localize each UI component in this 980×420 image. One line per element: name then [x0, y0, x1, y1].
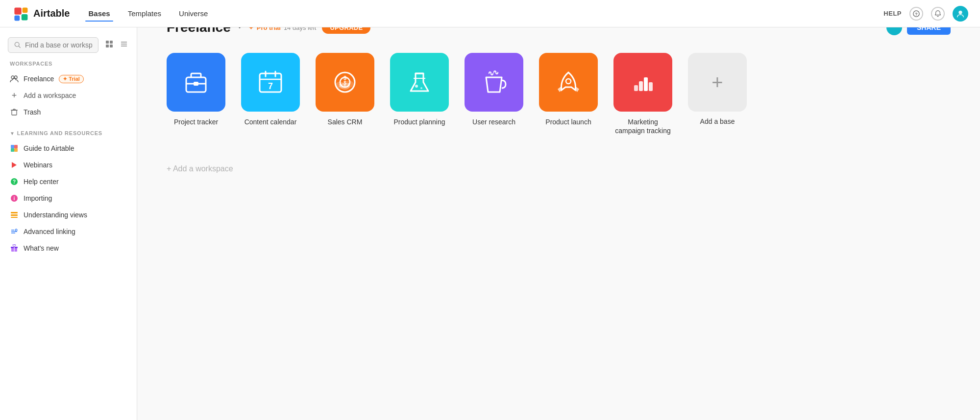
play-icon: [10, 161, 19, 169]
search-icon: [14, 42, 21, 48]
svg-rect-68: [644, 77, 648, 91]
import-svg: i: [10, 194, 18, 202]
money-icon: $ $ $ $ $: [330, 68, 360, 97]
base-name-project-tracker: Project tracker: [174, 117, 218, 126]
search-input[interactable]: [25, 41, 92, 49]
sidebar-item-guide[interactable]: Guide to Airtable: [0, 140, 137, 157]
add-workspace-btn[interactable]: + Add a workspace: [0, 87, 137, 104]
sidebar: Workspaces Freelance ✦ Trial + Add a wor…: [0, 27, 137, 203]
help-center-label: Help center: [24, 178, 59, 186]
webinars-label: Webinars: [24, 161, 52, 169]
add-base-label: Add a base: [700, 117, 735, 125]
list-view-btn[interactable]: [119, 39, 129, 51]
svg-rect-3: [14, 15, 20, 21]
trash-label: Trash: [24, 108, 41, 116]
help-svg: ?: [10, 178, 18, 186]
question-icon: ?: [913, 10, 920, 17]
svg-point-65: [566, 79, 571, 84]
add-workspace-label: Add a workspace: [24, 92, 76, 99]
trash-svg: [10, 108, 18, 116]
svg-rect-69: [649, 82, 653, 91]
svg-rect-66: [634, 85, 638, 91]
svg-rect-1: [14, 7, 21, 14]
grid-view-btn[interactable]: [104, 39, 114, 51]
svg-text:$: $: [339, 83, 342, 88]
people-icon: [10, 74, 19, 83]
import-icon: i: [10, 194, 19, 203]
svg-text:i: i: [14, 196, 15, 201]
svg-point-7: [958, 10, 962, 14]
grid-icon: [105, 40, 113, 48]
avatar-icon: [956, 9, 965, 18]
sidebar-item-freelance[interactable]: Freelance ✦ Trial: [0, 70, 137, 87]
svg-text:$: $: [348, 82, 350, 87]
base-name-product-launch: Product launch: [545, 117, 591, 126]
base-item-marketing[interactable]: Marketing campaign tracking: [613, 53, 672, 135]
add-base-btn[interactable]: + Add a base: [688, 53, 747, 135]
svg-rect-2: [23, 7, 28, 13]
bases-grid: Project tracker 7 Content calendar $: [167, 53, 951, 135]
user-avatar-btn[interactable]: [953, 6, 968, 22]
svg-rect-13: [110, 45, 113, 47]
trash-icon: [10, 108, 19, 117]
add-base-icon: +: [688, 53, 747, 112]
nav-bases[interactable]: Bases: [81, 6, 117, 21]
svg-rect-26: [11, 148, 14, 152]
base-item-content-calendar[interactable]: 7 Content calendar: [241, 53, 300, 135]
play-svg: [10, 161, 18, 169]
base-icon-project-tracker: [167, 53, 225, 112]
svg-rect-67: [639, 81, 643, 91]
base-item-product-planning[interactable]: Product planning: [390, 53, 449, 135]
learning-section: ▼ Learning and Resources Guide to Airtab…: [0, 130, 137, 203]
calendar-icon: 7: [256, 68, 285, 97]
svg-text:?: ?: [13, 179, 16, 185]
search-box[interactable]: [8, 37, 98, 53]
svg-marker-28: [12, 162, 17, 168]
svg-text:7: 7: [268, 81, 273, 91]
logo[interactable]: Airtable: [12, 5, 70, 23]
svg-line-9: [19, 46, 20, 47]
sidebar-item-importing[interactable]: i Importing: [0, 190, 137, 203]
learning-heading[interactable]: ▼ Learning and Resources: [0, 130, 137, 140]
top-navigation: Airtable Bases Templates Universe Help ?: [0, 0, 980, 27]
bottom-add-workspace-btn[interactable]: + Add a workspace: [167, 155, 951, 183]
svg-rect-19: [12, 110, 17, 115]
base-icon-product-planning: [390, 53, 449, 112]
main-content: Freelance ✦ Pro trial 14 days left UPGRA…: [137, 0, 980, 203]
briefcase-icon: [181, 68, 211, 97]
base-icon-content-calendar: 7: [241, 53, 300, 112]
trial-badge: ✦ Trial: [59, 75, 84, 83]
base-item-sales-crm[interactable]: $ $ $ $ $ Sales CRM: [316, 53, 374, 135]
base-item-project-tracker[interactable]: Project tracker: [167, 53, 225, 135]
sidebar-item-trash[interactable]: Trash: [0, 104, 137, 120]
list-icon: [120, 40, 128, 48]
nav-universe[interactable]: Universe: [172, 6, 215, 21]
trial-star-icon: ✦: [63, 76, 67, 82]
svg-text:?: ?: [915, 11, 917, 16]
nav-links: Bases Templates Universe: [81, 6, 215, 21]
svg-point-63: [420, 87, 422, 89]
svg-rect-24: [11, 145, 14, 148]
importing-label: Importing: [24, 194, 52, 202]
base-item-product-launch[interactable]: Product launch: [539, 53, 598, 135]
workspace-name: Freelance: [24, 75, 54, 83]
base-name-product-planning: Product planning: [393, 117, 445, 126]
base-name-marketing: Marketing campaign tracking: [613, 117, 672, 135]
nav-right: Help ?: [883, 6, 968, 22]
sidebar-item-help[interactable]: ? Help center: [0, 173, 137, 190]
nav-templates[interactable]: Templates: [121, 6, 168, 21]
help-icon-btn[interactable]: ?: [909, 7, 923, 21]
sidebar-top-row: [0, 37, 137, 53]
notifications-btn[interactable]: [931, 7, 945, 21]
base-name-content-calendar: Content calendar: [245, 117, 297, 126]
rocket-icon: [554, 68, 583, 97]
bottom-add-workspace-label: + Add a workspace: [167, 164, 233, 173]
svg-rect-11: [110, 41, 113, 44]
sidebar-item-webinars[interactable]: Webinars: [0, 157, 137, 173]
flask-icon: [405, 68, 434, 97]
logo-icon: [12, 5, 29, 23]
base-item-user-research[interactable]: User research: [465, 53, 523, 135]
svg-rect-27: [14, 148, 18, 152]
base-icon-product-launch: [539, 53, 598, 112]
base-name-sales-crm: Sales CRM: [328, 117, 363, 126]
